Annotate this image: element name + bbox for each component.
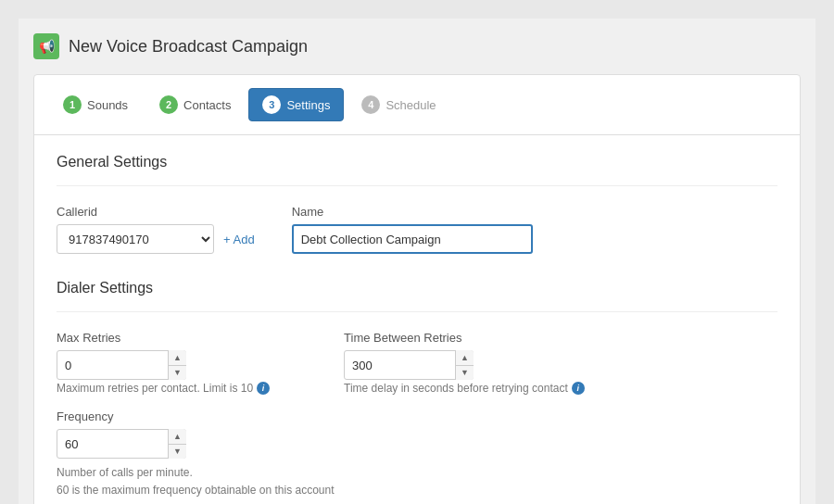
- tab-settings[interactable]: 3 Settings: [248, 88, 344, 121]
- tab-contacts[interactable]: 2 Contacts: [145, 88, 245, 121]
- dialer-settings-section: Dialer Settings Max Retries ▲ ▼: [57, 280, 777, 499]
- time-between-retries-field: Time Between Retries ▲ ▼: [344, 331, 585, 380]
- general-settings-title: General Settings: [57, 154, 777, 170]
- add-callerid-link[interactable]: + Add: [223, 233, 255, 246]
- tab-schedule[interactable]: 4 Schedule: [348, 88, 449, 121]
- frequency-spinner: ▲ ▼: [168, 429, 186, 459]
- max-retries-input[interactable]: [57, 350, 186, 380]
- general-settings-section: General Settings Callerid 917837490170 +…: [57, 154, 777, 254]
- max-retries-spinner: ▲ ▼: [168, 350, 186, 380]
- time-between-retries-input[interactable]: [344, 350, 474, 380]
- time-between-retries-group: Time Between Retries ▲ ▼ Time delay in s…: [344, 331, 585, 395]
- tab-contacts-label: Contacts: [183, 98, 231, 112]
- frequency-input[interactable]: [57, 429, 186, 459]
- general-settings-row: Callerid 917837490170 + Add Name: [57, 205, 777, 254]
- tab-settings-label: Settings: [286, 98, 330, 112]
- time-between-retries-wrapper: ▲ ▼: [344, 350, 474, 380]
- frequency-up[interactable]: ▲: [169, 429, 186, 445]
- frequency-section: Frequency ▲ ▼ Number of calls per minute…: [57, 410, 777, 499]
- dialer-settings-title: Dialer Settings: [57, 280, 777, 296]
- tab-sounds-label: Sounds: [87, 98, 128, 112]
- frequency-down[interactable]: ▼: [169, 445, 186, 460]
- callerid-field-group: Callerid 917837490170 + Add: [57, 205, 255, 254]
- frequency-notes: Number of calls per minute. 60 is the ma…: [57, 464, 777, 499]
- max-retries-up[interactable]: ▲: [169, 350, 186, 366]
- max-retries-field: Max Retries ▲ ▼: [57, 331, 270, 380]
- time-between-retries-spinner: ▲ ▼: [455, 350, 474, 380]
- card-content: General Settings Callerid 917837490170 +…: [34, 135, 800, 504]
- max-retries-label: Max Retries: [57, 331, 270, 345]
- tab-schedule-num: 4: [361, 95, 380, 114]
- frequency-field: Frequency ▲ ▼: [57, 410, 777, 459]
- time-between-retries-down[interactable]: ▼: [456, 366, 474, 381]
- tab-sounds-num: 1: [63, 95, 82, 114]
- frequency-note2: 60 is the maximum frequency obtainable o…: [57, 482, 777, 499]
- time-between-retries-up[interactable]: ▲: [456, 350, 474, 366]
- max-retries-down[interactable]: ▼: [169, 366, 186, 381]
- max-retries-group: Max Retries ▲ ▼ Maximum retries per cont…: [57, 331, 270, 395]
- time-between-retries-hint: Time delay in seconds before retrying co…: [344, 382, 585, 395]
- name-input[interactable]: [292, 224, 533, 254]
- megaphone-icon: 📢: [33, 33, 59, 59]
- callerid-label: Callerid: [57, 205, 255, 219]
- time-between-retries-label: Time Between Retries: [344, 331, 585, 345]
- tab-sounds[interactable]: 1 Sounds: [49, 88, 142, 121]
- callerid-select[interactable]: 917837490170: [57, 224, 214, 254]
- frequency-note1: Number of calls per minute.: [57, 464, 777, 482]
- tabs-row: 1 Sounds 2 Contacts 3 Settings 4 Schedul…: [34, 75, 800, 135]
- dialer-top-row: Max Retries ▲ ▼ Maximum retries per cont…: [57, 331, 777, 395]
- callerid-field-row: 917837490170 + Add: [57, 224, 255, 254]
- tab-contacts-num: 2: [159, 95, 178, 114]
- name-field-group: Name: [292, 205, 533, 254]
- time-between-retries-info-icon[interactable]: i: [572, 382, 585, 395]
- page-title: New Voice Broadcast Campaign: [69, 37, 308, 57]
- page-header: 📢 New Voice Broadcast Campaign: [33, 33, 801, 59]
- frequency-wrapper: ▲ ▼: [57, 429, 186, 459]
- name-label: Name: [292, 205, 533, 219]
- tab-schedule-label: Schedule: [385, 98, 436, 112]
- max-retries-hint: Maximum retries per contact. Limit is 10…: [57, 382, 270, 395]
- max-retries-wrapper: ▲ ▼: [57, 350, 186, 380]
- max-retries-info-icon[interactable]: i: [257, 382, 270, 395]
- tab-settings-num: 3: [262, 95, 281, 114]
- main-card: 1 Sounds 2 Contacts 3 Settings 4 Schedul…: [33, 74, 801, 504]
- frequency-label: Frequency: [57, 410, 777, 423]
